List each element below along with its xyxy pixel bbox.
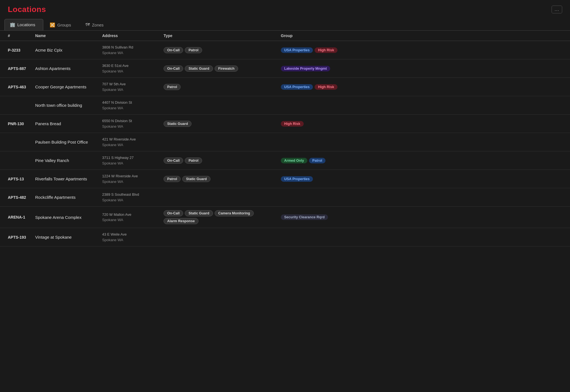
cell-type	[159, 96, 276, 115]
cell-group	[276, 228, 570, 246]
cell-number: P-3233	[0, 41, 31, 59]
cell-type: On-CallStatic GuardFirewatch	[159, 59, 276, 78]
col-header-address: Address	[98, 31, 159, 41]
type-badge: Static Guard	[164, 121, 191, 127]
tab-groups-label: Groups	[57, 23, 71, 27]
cell-group: Security Clearance Rqrd	[276, 207, 570, 228]
cell-number: PNR-130	[0, 115, 31, 133]
table-row[interactable]: APTS-193Vintage at Spokane43 E Weile Ave…	[0, 228, 570, 246]
cell-address: 43 E Weile AveSpokane WA	[98, 228, 159, 246]
table-row[interactable]: PNR-130Panera Bread6550 N Division StSpo…	[0, 115, 570, 133]
cell-address: 1224 W Riverside AveSpokane WA	[98, 170, 159, 188]
cell-group: High Risk	[276, 115, 570, 133]
table-row[interactable]: Paulsen Building Post Office421 W Rivers…	[0, 133, 570, 151]
type-badge: Firewatch	[215, 66, 238, 72]
type-badge: On-Call	[164, 158, 183, 164]
table-wrapper: # Name Address Type Group P-3233Acme Biz…	[0, 31, 570, 246]
cell-number	[0, 133, 31, 151]
cell-group	[276, 133, 570, 151]
tab-zones-label: Zones	[92, 23, 104, 27]
cell-number: APTS-463	[0, 78, 31, 96]
type-badge: Alarm Response	[164, 218, 198, 224]
cell-name: Rockcliffe Apartments	[31, 188, 98, 207]
cell-type: PatrolStatic Guard	[159, 170, 276, 188]
group-badge: Security Clearance Rqrd	[281, 214, 328, 220]
type-badge: Camera Monitoring	[215, 210, 254, 216]
cell-group: Armed OnlyPatrol	[276, 151, 570, 170]
cell-address: 6550 N Division StSpokane WA	[98, 115, 159, 133]
cell-number: APTS-482	[0, 188, 31, 207]
cell-name: North town office building	[31, 96, 98, 115]
cell-name: Cooper George Apartments	[31, 78, 98, 96]
group-badge: USA Properties	[281, 176, 313, 182]
col-header-group: Group	[276, 31, 570, 41]
table-header-row: # Name Address Type Group	[0, 31, 570, 41]
zones-icon: 🗺	[85, 22, 90, 27]
table-row[interactable]: North town office building4407 N Divisio…	[0, 96, 570, 115]
cell-group	[276, 188, 570, 207]
group-badge: Patrol	[309, 158, 325, 163]
table-row[interactable]: P-3233Acme Biz Cplx3808 N Sullivan RdSpo…	[0, 41, 570, 59]
cell-name: Vintage at Spokane	[31, 228, 98, 246]
cell-type	[159, 133, 276, 151]
cell-name: Paulsen Building Post Office	[31, 133, 98, 151]
cell-number: APTS-887	[0, 59, 31, 78]
cell-type: Static Guard	[159, 115, 276, 133]
cell-name: Ashton Apartments	[31, 59, 98, 78]
cell-type	[159, 188, 276, 207]
group-badge: High Risk	[315, 84, 337, 90]
table-row[interactable]: APTS-482Rockcliffe Apartments2389 S Sout…	[0, 188, 570, 207]
cell-number: APTS-193	[0, 228, 31, 246]
table-row[interactable]: APTS-887Ashton Apartments3630 E 51st Ave…	[0, 59, 570, 78]
cell-number	[0, 96, 31, 115]
table-row[interactable]: APTS-463Cooper George Apartments707 W 5t…	[0, 78, 570, 96]
cell-type: Patrol	[159, 78, 276, 96]
group-badge: USA Properties	[281, 84, 313, 90]
locations-table: # Name Address Type Group P-3233Acme Biz…	[0, 31, 570, 246]
cell-address: 707 W 5th AveSpokane WA	[98, 78, 159, 96]
type-badge: Patrol	[164, 176, 181, 182]
cell-type: On-CallPatrol	[159, 151, 276, 170]
tab-locations[interactable]: 🏢 Locations	[4, 19, 43, 30]
group-badge: High Risk	[281, 121, 304, 127]
tab-zones[interactable]: 🗺 Zones	[80, 19, 112, 30]
cell-name: Acme Biz Cplx	[31, 41, 98, 59]
cell-name: Riverfalls Tower Apartments	[31, 170, 98, 188]
col-header-number: #	[0, 31, 31, 41]
cell-group: Lakeside Property Mngmt	[276, 59, 570, 78]
type-badge: Patrol	[164, 84, 181, 90]
col-header-name: Name	[31, 31, 98, 41]
cell-name: Pine Valley Ranch	[31, 151, 98, 170]
cell-type: On-CallPatrol	[159, 41, 276, 59]
type-badge: Static Guard	[182, 176, 210, 182]
page-header: Locations ...	[0, 0, 570, 17]
main-content: # Name Address Type Group P-3233Acme Biz…	[0, 31, 570, 252]
cell-address: 2389 S Southeast BlvdSpokane WA	[98, 188, 159, 207]
group-badge: Armed Only	[281, 158, 307, 163]
header-menu-button[interactable]: ...	[552, 6, 562, 13]
groups-icon: 🔀	[50, 22, 55, 28]
table-row[interactable]: Pine Valley Ranch3711 S Highway 27Spokan…	[0, 151, 570, 170]
cell-address: 3630 E 51st AveSpokane WA	[98, 59, 159, 78]
group-badge: Lakeside Property Mngmt	[281, 66, 330, 71]
cell-group	[276, 96, 570, 115]
cell-number: APTS-13	[0, 170, 31, 188]
group-badge: High Risk	[315, 47, 337, 53]
table-row[interactable]: APTS-13Riverfalls Tower Apartments1224 W…	[0, 170, 570, 188]
type-badge: On-Call	[164, 47, 183, 53]
cell-group: USA PropertiesHigh Risk	[276, 78, 570, 96]
cell-address: 421 W Riverside AveSpokane WA	[98, 133, 159, 151]
cell-group: USA PropertiesHigh Risk	[276, 41, 570, 59]
cell-address: 3808 N Sullivan RdSpokane WA	[98, 41, 159, 59]
type-badge: Static Guard	[185, 210, 213, 216]
tabs-container: 🏢 Locations 🔀 Groups 🗺 Zones	[0, 19, 570, 31]
type-badge: Patrol	[185, 47, 202, 53]
type-badge: Static Guard	[185, 66, 213, 72]
tab-groups[interactable]: 🔀 Groups	[44, 19, 79, 30]
cell-name: Panera Bread	[31, 115, 98, 133]
cell-number: ARENA-1	[0, 207, 31, 228]
cell-type	[159, 228, 276, 246]
table-row[interactable]: ARENA-1Spokane Arena Complex720 W Mallon…	[0, 207, 570, 228]
col-header-type: Type	[159, 31, 276, 41]
type-badge: On-Call	[164, 210, 183, 216]
